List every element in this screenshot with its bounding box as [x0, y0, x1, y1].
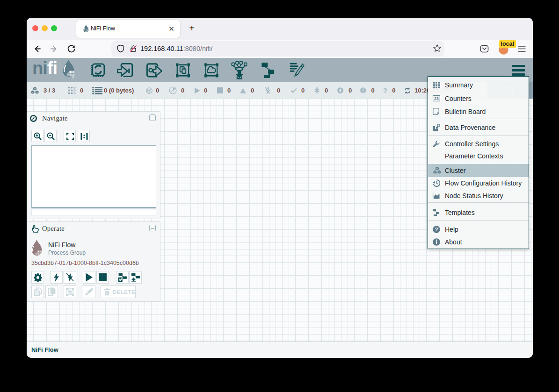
- svg-text:?: ?: [435, 227, 438, 232]
- svg-text:23: 23: [434, 96, 439, 101]
